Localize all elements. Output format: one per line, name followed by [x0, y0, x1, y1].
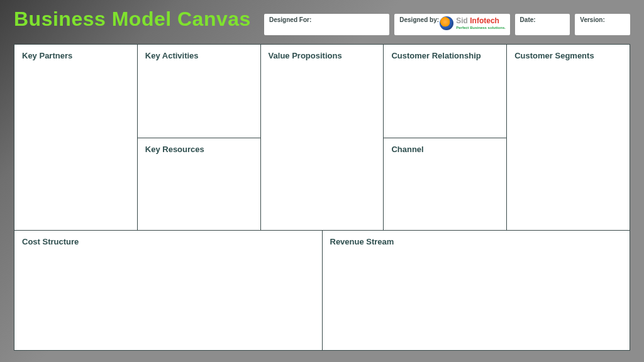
date-label: Date:: [520, 16, 536, 23]
logo-main: Sid Infotech: [456, 17, 506, 25]
title-value-propositions: Value Propositions: [269, 51, 376, 60]
cell-cost-structure: Cost Structure: [14, 231, 323, 350]
logo-mark-icon: [440, 16, 453, 30]
canvas-bottom-row: Cost Structure Revenue Stream: [14, 230, 630, 350]
title-key-resources: Key Resources: [145, 145, 253, 154]
col-key-partners: Key Partners: [14, 45, 138, 231]
business-model-canvas-page: Business Model Canvas Designed For: Desi…: [0, 0, 644, 362]
col-customer-segments: Customer Segments: [507, 45, 630, 231]
meta-row: Designed For: Designed by: Sid Infotech …: [264, 14, 630, 35]
logo-tagline: Perfect Business solutions.: [456, 26, 506, 30]
title-key-activities: Key Activities: [145, 51, 253, 60]
designed-by-label: Designed by:: [399, 16, 439, 23]
title-channel: Channel: [391, 145, 499, 154]
logo-text: Sid Infotech Perfect Business solutions.: [456, 17, 506, 30]
designed-by-box: Designed by: Sid Infotech Perfect Busine…: [394, 14, 509, 35]
date-box: Date:: [515, 14, 570, 35]
cell-key-activities: Key Activities: [138, 45, 260, 138]
col-relationship-channel: Customer Relationship Channel: [384, 45, 507, 231]
title-cost-structure: Cost Structure: [22, 237, 314, 246]
cell-key-resources: Key Resources: [138, 138, 260, 231]
title-revenue-stream: Revenue Stream: [330, 237, 623, 246]
version-label: Version:: [580, 16, 604, 23]
cell-customer-segments: Customer Segments: [507, 45, 630, 231]
designed-for-label: Designed For:: [269, 16, 311, 23]
page-title: Business Model Canvas: [14, 8, 251, 31]
col-value-propositions: Value Propositions: [261, 45, 384, 231]
title-customer-relationship: Customer Relationship: [391, 51, 499, 60]
cell-value-propositions: Value Propositions: [261, 45, 384, 231]
company-logo: Sid Infotech Perfect Business solutions.: [440, 16, 506, 30]
version-box: Version:: [575, 14, 630, 35]
logo-prefix: Sid: [456, 16, 470, 25]
cell-revenue-stream: Revenue Stream: [323, 231, 630, 350]
canvas-grid: Key Partners Key Activities Key Resource…: [14, 44, 630, 351]
col-activities-resources: Key Activities Key Resources: [138, 45, 261, 231]
cell-customer-relationship: Customer Relationship: [384, 45, 506, 138]
designed-for-box: Designed For:: [264, 14, 389, 35]
logo-accent: Infotech: [470, 16, 499, 25]
title-key-partners: Key Partners: [22, 51, 130, 60]
cell-key-partners: Key Partners: [14, 45, 137, 231]
title-customer-segments: Customer Segments: [514, 51, 622, 60]
cell-channel: Channel: [384, 138, 506, 231]
canvas-top-row: Key Partners Key Activities Key Resource…: [14, 45, 630, 231]
